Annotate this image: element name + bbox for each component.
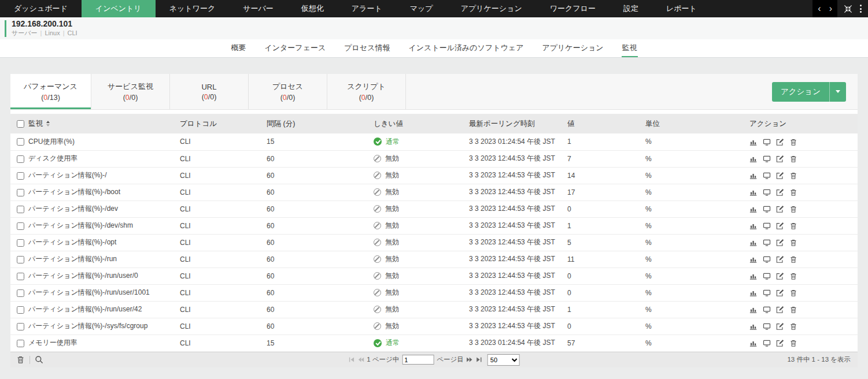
edit-icon[interactable]	[776, 339, 784, 347]
bar-chart-icon[interactable]	[749, 138, 758, 146]
monitor-icon[interactable]	[763, 239, 771, 247]
bar-chart-icon[interactable]	[749, 205, 758, 213]
delete-icon[interactable]	[789, 188, 797, 196]
delete-icon[interactable]	[789, 322, 797, 330]
monitor-tab[interactable]: URL00	[170, 74, 249, 109]
row-checkbox[interactable]	[17, 323, 24, 330]
row-checkbox[interactable]	[17, 289, 24, 297]
nav-item[interactable]: マップ	[396, 0, 447, 17]
nav-item[interactable]: サーバー	[229, 0, 287, 17]
page-size-select[interactable]: 50	[487, 354, 520, 366]
nav-item[interactable]: 設定	[610, 0, 652, 17]
row-checkbox[interactable]	[17, 155, 24, 163]
monitor-name[interactable]: パーティション情報(%)-/	[28, 171, 107, 179]
page-input[interactable]	[402, 355, 434, 365]
delete-icon[interactable]	[789, 339, 797, 347]
nav-scroll-right-icon[interactable]: ›	[829, 4, 832, 13]
edit-icon[interactable]	[776, 322, 784, 330]
monitor-name[interactable]: ディスク使用率	[28, 154, 77, 162]
monitor-icon[interactable]	[763, 322, 771, 330]
page-tab[interactable]: インストール済みのソフトウェア	[408, 39, 524, 57]
monitor-name[interactable]: パーティション情報(%)-/sys/fs/cgroup	[28, 322, 147, 330]
select-all-checkbox[interactable]	[17, 120, 24, 128]
monitor-name[interactable]: パーティション情報(%)-/opt	[28, 238, 116, 246]
nav-item[interactable]: 仮想化	[287, 0, 338, 17]
edit-icon[interactable]	[776, 255, 784, 263]
monitor-tab[interactable]: スクリプト00	[327, 74, 406, 109]
nav-item[interactable]: ワークフロー	[536, 0, 610, 17]
nav-item[interactable]: アラート	[338, 0, 396, 17]
monitor-name[interactable]: パーティション情報(%)-/run/user/42	[28, 305, 142, 313]
monitor-icon[interactable]	[763, 255, 771, 263]
row-checkbox[interactable]	[17, 172, 24, 180]
monitor-icon[interactable]	[763, 289, 771, 297]
row-checkbox[interactable]	[17, 206, 24, 213]
edit-icon[interactable]	[776, 155, 784, 163]
row-checkbox[interactable]	[17, 306, 24, 314]
monitor-icon[interactable]	[763, 339, 771, 347]
monitor-icon[interactable]	[763, 155, 771, 163]
row-checkbox[interactable]	[17, 340, 24, 347]
monitor-icon[interactable]	[763, 172, 771, 180]
prev-page-icon[interactable]	[357, 356, 364, 363]
kebab-menu-icon[interactable]	[859, 3, 863, 15]
monitor-name[interactable]: パーティション情報(%)-/dev	[28, 205, 118, 213]
first-page-icon[interactable]	[348, 356, 354, 363]
page-tab[interactable]: プロセス情報	[343, 39, 390, 57]
edit-icon[interactable]	[776, 272, 784, 280]
monitor-icon[interactable]	[763, 205, 771, 213]
monitor-name[interactable]: パーティション情報(%)-/boot	[28, 188, 120, 196]
delete-icon[interactable]	[789, 306, 797, 314]
edit-icon[interactable]	[776, 222, 784, 230]
monitor-name[interactable]: パーティション情報(%)-/run	[28, 255, 117, 263]
nav-item[interactable]: レポート	[652, 0, 711, 17]
bar-chart-icon[interactable]	[749, 339, 758, 347]
delete-icon[interactable]	[789, 289, 797, 297]
sort-icon[interactable]	[46, 121, 50, 127]
delete-icon[interactable]	[789, 222, 797, 230]
page-tab[interactable]: 概要	[230, 39, 246, 57]
monitor-icon[interactable]	[763, 222, 771, 230]
edit-icon[interactable]	[776, 205, 784, 213]
delete-icon[interactable]	[789, 155, 797, 163]
delete-icon[interactable]	[16, 355, 25, 364]
edit-icon[interactable]	[776, 188, 784, 196]
row-checkbox[interactable]	[17, 239, 24, 247]
bar-chart-icon[interactable]	[749, 322, 758, 330]
column-header-label[interactable]: 監視	[28, 120, 43, 128]
row-checkbox[interactable]	[17, 273, 24, 280]
edit-icon[interactable]	[776, 172, 784, 180]
delete-icon[interactable]	[789, 272, 797, 280]
bar-chart-icon[interactable]	[749, 255, 758, 263]
bar-chart-icon[interactable]	[749, 172, 758, 180]
collapse-icon[interactable]	[844, 5, 852, 13]
next-page-icon[interactable]	[467, 356, 473, 363]
nav-item[interactable]: インベントリ	[82, 0, 156, 17]
row-checkbox[interactable]	[17, 256, 24, 263]
last-page-icon[interactable]	[476, 356, 482, 363]
delete-icon[interactable]	[789, 255, 797, 263]
bar-chart-icon[interactable]	[749, 239, 758, 247]
monitor-tab[interactable]: サービス監視00	[91, 74, 170, 109]
page-tab[interactable]: アプリケーション	[541, 39, 604, 57]
monitor-tab[interactable]: プロセス00	[249, 74, 327, 109]
edit-icon[interactable]	[776, 239, 784, 247]
bar-chart-icon[interactable]	[749, 289, 758, 297]
edit-icon[interactable]	[776, 289, 784, 297]
nav-scroll-left-icon[interactable]: ‹	[818, 4, 821, 13]
actions-dropdown-button[interactable]	[829, 82, 846, 102]
monitor-name[interactable]: CPU使用率(%)	[28, 138, 75, 146]
monitor-icon[interactable]	[763, 272, 771, 280]
monitor-name[interactable]: パーティション情報(%)-/run/user/1001	[28, 288, 150, 296]
bar-chart-icon[interactable]	[749, 306, 758, 314]
row-checkbox[interactable]	[17, 138, 24, 146]
delete-icon[interactable]	[789, 138, 797, 146]
page-tab[interactable]: 監視	[622, 39, 638, 57]
edit-icon[interactable]	[776, 306, 784, 314]
delete-icon[interactable]	[789, 172, 797, 180]
bar-chart-icon[interactable]	[749, 188, 758, 196]
search-icon[interactable]	[35, 355, 43, 364]
nav-item[interactable]: ダッシュボード	[0, 0, 82, 17]
bar-chart-icon[interactable]	[749, 222, 758, 230]
page-tab[interactable]: インターフェース	[264, 39, 326, 57]
